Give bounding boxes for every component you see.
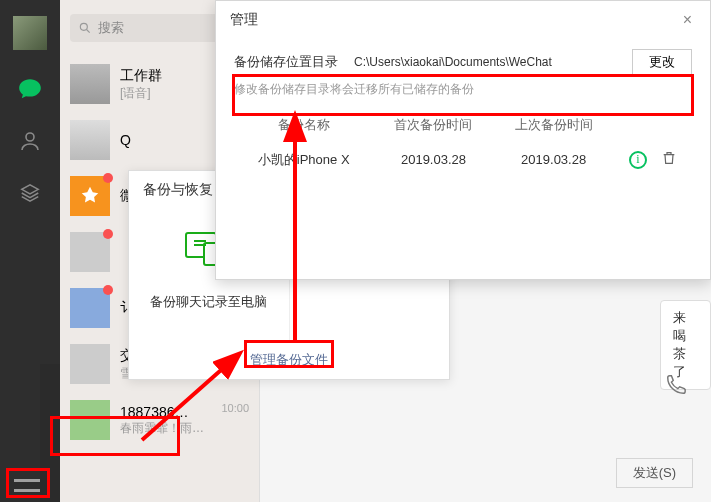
backup-table: 备份名称 首次备份时间 上次备份时间 小凯的iPhone X 2019.03.2… bbox=[234, 110, 692, 179]
search-placeholder: 搜索 bbox=[98, 19, 124, 37]
cell-first: 2019.03.28 bbox=[373, 140, 493, 179]
avatar[interactable] bbox=[13, 16, 47, 50]
trash-icon[interactable] bbox=[661, 150, 677, 169]
change-path-button[interactable]: 更改 bbox=[632, 49, 692, 75]
manage-dialog: 管理 × 备份储存位置目录 C:\Users\xiaokai\Documents… bbox=[215, 0, 711, 280]
dialog-title: 管理 bbox=[230, 11, 258, 29]
chat-time: 10:00 bbox=[221, 402, 249, 414]
chat-avatar bbox=[70, 288, 110, 328]
col-first: 首次备份时间 bbox=[373, 110, 493, 140]
chat-icon[interactable] bbox=[17, 76, 43, 102]
favorites-icon[interactable] bbox=[17, 180, 43, 206]
close-icon[interactable]: × bbox=[679, 11, 696, 29]
path-value: C:\Users\xiaokai\Documents\WeChat bbox=[354, 55, 616, 69]
backup-label: 备份聊天记录至电脑 bbox=[150, 293, 267, 311]
col-last: 上次备份时间 bbox=[494, 110, 614, 140]
chat-avatar bbox=[70, 400, 110, 440]
chat-name: 1887386… bbox=[120, 404, 211, 420]
info-icon[interactable]: i bbox=[629, 151, 647, 169]
chat-avatar bbox=[70, 176, 110, 216]
chat-avatar bbox=[70, 120, 110, 160]
chat-preview: 春雨霏霏！雨雾弥漫！… bbox=[120, 420, 211, 437]
svg-point-1 bbox=[80, 23, 87, 30]
col-name: 备份名称 bbox=[234, 110, 373, 140]
path-hint: 修改备份储存目录将会迁移所有已储存的备份 bbox=[234, 81, 692, 98]
search-icon bbox=[78, 21, 92, 35]
contacts-icon[interactable] bbox=[17, 128, 43, 154]
chat-item[interactable]: 1887386… 春雨霏霏！雨雾弥漫！… 10:00 bbox=[60, 392, 259, 448]
chat-avatar bbox=[70, 232, 110, 272]
path-label: 备份储存位置目录 bbox=[234, 53, 338, 71]
cell-name: 小凯的iPhone X bbox=[234, 140, 373, 179]
send-button[interactable]: 发送(S) bbox=[616, 458, 693, 488]
phone-icon[interactable] bbox=[665, 374, 687, 399]
svg-point-0 bbox=[26, 133, 34, 141]
table-row[interactable]: 小凯的iPhone X 2019.03.28 2019.03.28 i bbox=[234, 140, 692, 179]
chat-avatar bbox=[70, 344, 110, 384]
manage-backup-link[interactable]: 管理备份文件 bbox=[250, 351, 328, 369]
chat-avatar bbox=[70, 64, 110, 104]
cell-last: 2019.03.28 bbox=[494, 140, 614, 179]
